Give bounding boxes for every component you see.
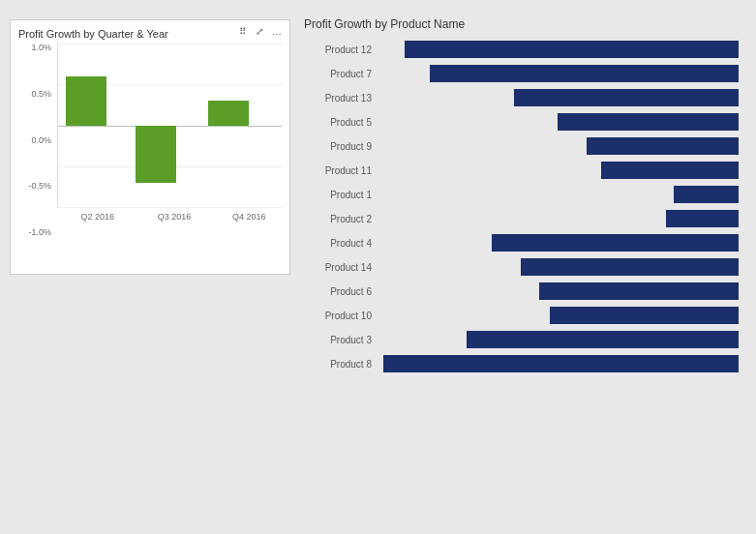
left-chart: ⠿ ⤢ … Profit Growth by Quarter & Year 1.…	[10, 19, 290, 275]
product-fill-11	[550, 307, 739, 324]
product-row-7: Product 2	[304, 208, 739, 229]
product-row-12: Product 3	[304, 329, 739, 350]
chart-toolbar: ⠿ ⤢ …	[235, 24, 284, 38]
product-track-2	[376, 89, 739, 106]
product-fill-4	[587, 137, 740, 155]
product-track-13	[376, 355, 739, 372]
product-label-6: Product 1	[304, 190, 372, 200]
expand-icon[interactable]: ⤢	[253, 24, 266, 38]
product-track-12	[376, 331, 739, 348]
product-label-1: Product 7	[304, 69, 372, 79]
product-fill-13	[383, 355, 740, 372]
bar-q4	[208, 44, 249, 207]
product-track-0	[376, 41, 739, 58]
x-label-q4: Q4 2016	[217, 212, 282, 222]
y-axis: 1.0% 0.5% 0.0% -0.5% -1.0%	[18, 44, 55, 237]
x-labels: Q2 2016 Q3 2016 Q4 2016	[57, 212, 282, 222]
product-track-4	[376, 137, 739, 155]
product-fill-2	[514, 89, 740, 106]
product-label-13: Product 8	[304, 359, 372, 370]
product-track-6	[376, 186, 739, 203]
product-track-9	[376, 258, 739, 276]
product-track-3	[376, 113, 739, 131]
product-track-7	[376, 210, 739, 227]
product-label-11: Product 10	[304, 311, 372, 321]
right-chart: Profit Growth by Product Name Product 12…	[300, 10, 746, 382]
y-label-3: -0.5%	[28, 182, 51, 191]
product-track-10	[376, 282, 739, 300]
product-row-3: Product 5	[304, 111, 739, 133]
bars-area	[57, 44, 282, 208]
product-fill-3	[558, 113, 740, 131]
dashboard: ⠿ ⤢ … Profit Growth by Quarter & Year 1.…	[0, 0, 756, 534]
product-fill-6	[674, 186, 740, 203]
product-track-5	[376, 162, 739, 179]
x-label-q3: Q3 2016	[141, 212, 206, 222]
product-fill-7	[666, 210, 739, 227]
product-label-4: Product 9	[304, 141, 372, 152]
bar-q2-fill	[66, 76, 106, 126]
product-row-8: Product 4	[304, 232, 739, 253]
product-track-11	[376, 307, 739, 324]
product-row-5: Product 11	[304, 160, 739, 181]
product-fill-10	[539, 282, 739, 300]
product-label-9: Product 14	[304, 262, 372, 273]
product-track-8	[376, 234, 739, 252]
product-label-8: Product 4	[304, 238, 372, 249]
drag-icon[interactable]: ⠿	[235, 24, 249, 38]
more-icon[interactable]: …	[270, 24, 284, 38]
product-fill-9	[521, 258, 739, 276]
product-label-0: Product 12	[304, 44, 372, 55]
bar-q4-fill	[208, 101, 249, 125]
product-row-4: Product 9	[304, 135, 739, 157]
product-track-1	[376, 65, 739, 82]
y-label-2: 0.0%	[31, 136, 51, 145]
product-row-13: Product 8	[304, 353, 739, 374]
grid-line-100	[58, 207, 282, 208]
x-label-q2: Q2 2016	[65, 212, 130, 222]
product-row-0: Product 12	[304, 39, 739, 60]
product-label-12: Product 3	[304, 335, 372, 345]
right-chart-title: Profit Growth by Product Name	[304, 17, 739, 31]
bar-q2	[66, 44, 106, 207]
bar-q3	[136, 44, 176, 207]
y-label-0: 1.0%	[31, 44, 51, 52]
product-row-2: Product 13	[304, 87, 739, 108]
product-row-1: Product 7	[304, 63, 739, 84]
y-label-4: -1.0%	[28, 228, 51, 237]
product-fill-5	[601, 162, 740, 179]
product-row-11: Product 10	[304, 305, 739, 326]
product-row-6: Product 1	[304, 184, 739, 205]
product-label-7: Product 2	[304, 214, 372, 224]
product-fill-8	[492, 234, 739, 252]
bar-q3-fill	[136, 126, 176, 183]
product-label-3: Product 5	[304, 117, 372, 128]
y-label-1: 0.5%	[31, 90, 51, 99]
product-label-5: Product 11	[304, 165, 372, 176]
product-label-2: Product 13	[304, 93, 372, 104]
product-fill-1	[430, 65, 739, 82]
bar-chart-container: 1.0% 0.5% 0.0% -0.5% -1.0%	[18, 44, 282, 266]
product-fill-0	[405, 41, 739, 58]
product-bar-list: Product 12Product 7Product 13Product 5Pr…	[304, 39, 739, 374]
product-label-10: Product 6	[304, 286, 372, 297]
product-row-9: Product 14	[304, 256, 739, 278]
product-fill-12	[467, 331, 739, 348]
product-row-10: Product 6	[304, 281, 739, 302]
